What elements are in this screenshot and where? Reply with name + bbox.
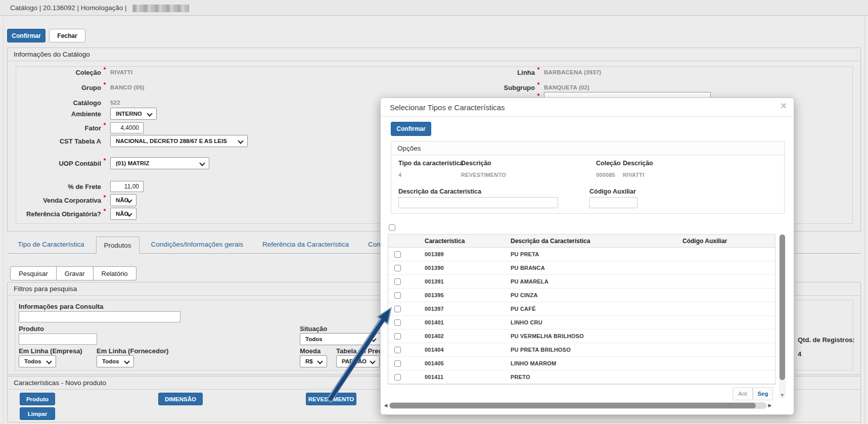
- row-desc: PU PRETA BRILHOSO: [505, 347, 676, 353]
- revestimento-button[interactable]: REVESTIMENTO: [306, 393, 356, 405]
- table-row: 001389 PU PRETA: [388, 248, 775, 261]
- descricao-caracteristica-input[interactable]: [398, 197, 558, 208]
- colecao-value: 000085: [596, 172, 615, 178]
- venda-select[interactable]: NÃO: [110, 194, 136, 206]
- linha-fornecedor-select[interactable]: Todos: [97, 355, 134, 367]
- tab-referencia-caracteristica[interactable]: Referência da Característica: [255, 236, 356, 253]
- required-asterisk: *: [101, 194, 108, 201]
- modal-close-icon[interactable]: ×: [781, 100, 787, 112]
- codigo-auxiliar-input[interactable]: [589, 197, 637, 208]
- modal-title: Selecionar Tipos e Características: [381, 98, 794, 117]
- dimensao-button[interactable]: DIMENSÃO: [158, 393, 203, 405]
- linha-empresa-value: Todos: [24, 358, 41, 364]
- descricao-caracteristica-label: Descrição da Característica: [398, 188, 481, 195]
- field-cst: CST Tabela A NACIONAL, DECRETO 288/67 E …: [7, 134, 248, 148]
- row-desc: PRETO: [505, 374, 676, 380]
- row-checkbox[interactable]: [394, 374, 401, 381]
- row-checkbox[interactable]: [394, 292, 401, 299]
- required-asterisk: *: [535, 66, 542, 73]
- referencia-label: Referência Obrigatória?: [7, 210, 101, 218]
- tabela-preco-select[interactable]: PADRÃO: [336, 355, 380, 367]
- row-desc: LINHO CRU: [505, 319, 676, 325]
- page-border-left: [3, 16, 4, 424]
- close-button[interactable]: Fechar: [49, 29, 85, 42]
- catalogo-label: Catálogo: [7, 99, 101, 107]
- fator-input[interactable]: [110, 122, 144, 133]
- horizontal-scrollbar-track[interactable]: [389, 402, 767, 409]
- qtd-registros-label: Qtd. de Registros:: [798, 336, 855, 344]
- gravar-button[interactable]: Gravar: [57, 266, 94, 280]
- relatorio-button[interactable]: Relatório: [94, 266, 136, 280]
- field-grupo: Grupo * BANCO (05): [7, 81, 145, 94]
- moeda-select[interactable]: R$: [300, 355, 327, 367]
- field-referencia: Referência Obrigatória? * NÃO: [7, 207, 136, 220]
- linha-label: Linha: [441, 69, 535, 76]
- required-asterisk: *: [101, 208, 108, 215]
- row-checkbox[interactable]: [394, 278, 401, 285]
- field-frete: % de Frete: [7, 180, 144, 193]
- row-code: 001390: [419, 265, 505, 271]
- linha-empresa-select[interactable]: Todos: [19, 355, 56, 367]
- tipo-caracteristica-value: 4: [398, 172, 401, 178]
- linha-empresa-label: Em Linha (Empresa): [19, 347, 82, 355]
- ambiente-select-value: INTERNO: [116, 111, 142, 117]
- tab-tipo-de-caracteristica[interactable]: Tipo de Característica: [10, 236, 92, 253]
- row-code: 001389: [419, 251, 505, 257]
- table-row: 001401 LINHO CRU: [388, 316, 775, 329]
- table-row: 001391 PU AMARELA: [388, 275, 775, 289]
- situacao-value: Todos: [305, 336, 323, 342]
- pesquisar-button[interactable]: Pesquisar: [10, 266, 57, 280]
- uop-select-value: (01) MATRIZ: [116, 160, 149, 166]
- row-checkbox[interactable]: [394, 319, 401, 326]
- moeda-value: R$: [305, 358, 313, 364]
- vertical-scrollbar-thumb[interactable]: [780, 234, 785, 380]
- pagination-next-button[interactable]: Seg: [753, 387, 773, 400]
- scroll-left-icon[interactable]: ◀: [383, 403, 389, 408]
- row-checkbox[interactable]: [394, 333, 401, 340]
- scroll-down-icon[interactable]: ▼: [780, 393, 785, 398]
- uop-select[interactable]: (01) MATRIZ: [110, 157, 209, 169]
- situacao-label: Situação: [300, 325, 327, 333]
- row-checkbox[interactable]: [394, 265, 401, 271]
- table-row: 001390 PU BRANCA: [388, 261, 775, 275]
- limpar-button[interactable]: Limpar: [20, 407, 55, 420]
- vertical-scrollbar[interactable]: ▼: [779, 234, 786, 399]
- table-row: 001402 PU VERMELHA BRILHOSO: [388, 329, 775, 343]
- row-checkbox[interactable]: [394, 347, 401, 353]
- consulta-input[interactable]: [19, 311, 180, 322]
- horizontal-scrollbar[interactable]: ◀ ▶: [383, 402, 773, 409]
- referencia-select[interactable]: NÃO: [110, 208, 136, 220]
- produto-button[interactable]: Produto: [20, 393, 55, 405]
- modal-confirm-button[interactable]: Confirmar: [391, 122, 431, 136]
- select-all-checkbox[interactable]: [389, 224, 395, 231]
- required-asterisk: *: [101, 157, 108, 164]
- row-checkbox[interactable]: [394, 251, 401, 258]
- tab-produtos[interactable]: Produtos: [96, 237, 140, 254]
- produto-input[interactable]: [19, 334, 97, 345]
- pagination-prev-button[interactable]: Ant: [733, 387, 753, 400]
- colecao-value: RIVATTI: [110, 69, 132, 75]
- row-desc: PU VERMELHA BRILHOSO: [505, 333, 676, 339]
- subgrupo-value: BANQUETA (02): [544, 84, 589, 90]
- catalogo-value: 522: [110, 100, 120, 106]
- row-checkbox[interactable]: [394, 360, 401, 367]
- frete-input[interactable]: [110, 181, 144, 192]
- horizontal-scrollbar-thumb[interactable]: [390, 403, 756, 408]
- row-checkbox-pu-cafe[interactable]: [394, 306, 401, 312]
- row-code: 001395: [419, 292, 505, 298]
- scroll-right-icon[interactable]: ▶: [767, 403, 773, 408]
- linha-fornecedor-label: Em Linha (Fornecedor): [97, 347, 168, 355]
- situacao-select[interactable]: Todos: [300, 333, 381, 345]
- row-code: 001404: [419, 347, 505, 353]
- cst-select[interactable]: NACIONAL, DECRETO 288/67 E AS LEIS: [110, 135, 248, 147]
- ambiente-select[interactable]: INTERNO: [110, 108, 157, 120]
- confirm-button[interactable]: Confirmar: [7, 29, 45, 42]
- qtd-registros-value: 4: [798, 350, 801, 358]
- uop-label: UOP Contábil: [7, 160, 101, 167]
- table-row: 001411 PRETO: [388, 370, 775, 384]
- required-asterisk: *: [101, 81, 108, 88]
- products-toolbar: Pesquisar Gravar Relatório: [10, 266, 136, 280]
- tab-condicoes-informacoes[interactable]: Condições/Informações gerais: [144, 236, 251, 253]
- table-row: 001397 PU CAFÉ: [388, 302, 775, 316]
- options-title: Opções: [391, 142, 784, 155]
